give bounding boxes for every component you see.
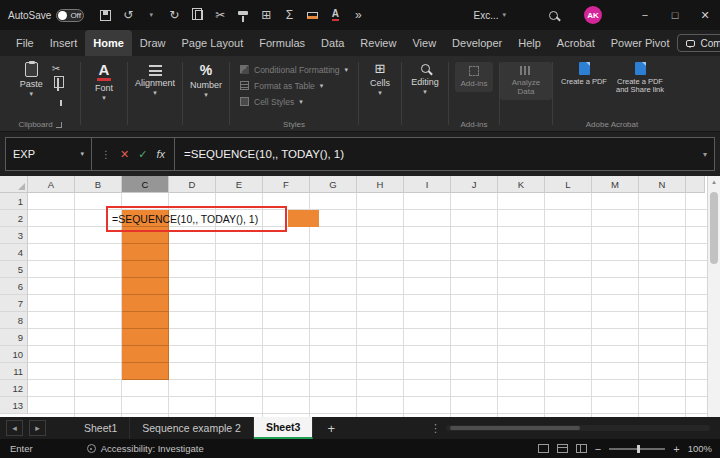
create-pdf-button[interactable]: Create a PDF — [558, 62, 610, 94]
autosave-toggle[interactable]: Off — [56, 9, 84, 22]
row-header-6[interactable]: 6 — [0, 278, 28, 295]
row-header-10[interactable]: 10 — [0, 346, 28, 363]
undo-icon[interactable]: ↺ — [121, 8, 135, 22]
cut-icon[interactable]: ✂ — [213, 8, 227, 22]
close-button[interactable]: ✕ — [690, 0, 720, 30]
row-header-2[interactable]: 2 — [0, 210, 28, 227]
row-header-13[interactable]: 13 — [0, 397, 28, 414]
column-header-h[interactable]: H — [357, 176, 404, 193]
page-layout-view-icon[interactable] — [557, 444, 568, 453]
column-header-i[interactable]: I — [404, 176, 451, 193]
row-header-11[interactable]: 11 — [0, 363, 28, 380]
save-icon[interactable] — [98, 10, 112, 21]
zoom-slider-thumb[interactable] — [637, 445, 640, 453]
scroll-up-icon[interactable]: ▴ — [708, 178, 720, 186]
ribbon-tab-acrobat[interactable]: Acrobat — [549, 30, 603, 56]
select-all-corner[interactable] — [0, 176, 28, 193]
ribbon-tab-formulas[interactable]: Formulas — [251, 30, 313, 56]
analyze-data-button[interactable]: Analyze Data — [500, 62, 552, 100]
column-header-m[interactable]: M — [592, 176, 639, 193]
conditional-formatting-button[interactable]: Conditional Formatting ▾ — [230, 62, 358, 77]
cancel-entry-icon[interactable]: ✕ — [120, 148, 129, 161]
add-sheet-button[interactable]: + — [327, 421, 335, 436]
cells-group-button[interactable]: ⊞ Cells ▾ — [370, 62, 390, 96]
redo-icon[interactable]: ↻ — [167, 8, 181, 22]
column-header-l[interactable]: L — [545, 176, 592, 193]
formula-input[interactable]: =SEQUENCE(10,, TODAY(), 1) — [175, 148, 703, 160]
comments-button[interactable]: Comments — [677, 34, 720, 52]
zoom-slider[interactable] — [609, 448, 665, 450]
sheet-tab-sheet1[interactable]: Sheet1 — [72, 417, 130, 439]
row-header-8[interactable]: 8 — [0, 312, 28, 329]
format-as-table-button[interactable]: Format as Table ▾ — [230, 78, 358, 93]
number-group-button[interactable]: % Number ▾ — [190, 62, 222, 98]
paste-button[interactable]: Paste ▾ — [20, 62, 43, 97]
fill-color-icon[interactable] — [305, 12, 319, 19]
vertical-scroll-thumb[interactable] — [710, 192, 718, 264]
column-header-d[interactable]: D — [169, 176, 216, 193]
window-title[interactable]: Exc... ▾ — [473, 10, 506, 21]
horizontal-scroll-thumb[interactable] — [450, 426, 580, 430]
addins-button[interactable]: Add-ins — [455, 62, 492, 92]
row-header-12[interactable]: 12 — [0, 380, 28, 397]
font-color-icon[interactable]: A — [328, 9, 342, 21]
column-header-e[interactable]: E — [216, 176, 263, 193]
search-icon[interactable] — [546, 11, 560, 20]
formula-grip-icon[interactable]: ⋮ — [101, 149, 111, 160]
ribbon-tab-page-layout[interactable]: Page Layout — [173, 30, 251, 56]
formula-bar-expand-icon[interactable]: ▾ — [703, 150, 714, 159]
sheet-nav-right-button[interactable]: ▸ — [29, 420, 46, 436]
row-header-7[interactable]: 7 — [0, 295, 28, 312]
create-pdf-share-button[interactable]: Create a PDF and Share link — [614, 62, 666, 94]
column-header-b[interactable]: B — [75, 176, 122, 193]
sheet-tab-sheet3[interactable]: Sheet3 — [254, 417, 313, 439]
orange-filled-range-c2-c11[interactable] — [122, 210, 169, 380]
column-header-j[interactable]: J — [451, 176, 498, 193]
ribbon-tab-help[interactable]: Help — [510, 30, 549, 56]
normal-view-icon[interactable] — [538, 444, 549, 453]
autosum-icon[interactable]: Σ — [282, 8, 296, 22]
autosave-control[interactable]: AutoSave Off — [8, 9, 84, 22]
ribbon-tab-file[interactable]: File — [8, 30, 42, 56]
sheet-tab-sequence-example-2[interactable]: Sequence example 2 — [130, 417, 254, 439]
ribbon-tab-insert[interactable]: Insert — [42, 30, 86, 56]
ribbon-tab-review[interactable]: Review — [352, 30, 404, 56]
horizontal-scrollbar[interactable] — [446, 425, 710, 431]
ribbon-tab-power-pivot[interactable]: Power Pivot — [603, 30, 678, 56]
column-header-k[interactable]: K — [498, 176, 545, 193]
ribbon-tab-home[interactable]: Home — [85, 30, 132, 56]
column-header-c[interactable]: C — [122, 176, 169, 193]
column-header-g[interactable]: G — [310, 176, 357, 193]
row-header-3[interactable]: 3 — [0, 227, 28, 244]
row-header-4[interactable]: 4 — [0, 244, 28, 261]
sheetbar-options-icon[interactable]: ⋮ — [430, 422, 441, 435]
vertical-scrollbar[interactable]: ▴ — [707, 176, 720, 417]
row-header-9[interactable]: 9 — [0, 329, 28, 346]
zoom-in-icon[interactable]: + — [673, 443, 679, 455]
ribbon-tab-view[interactable]: View — [404, 30, 444, 56]
copy-icon[interactable] — [190, 10, 204, 20]
row-header-5[interactable]: 5 — [0, 261, 28, 278]
column-header-a[interactable]: A — [28, 176, 75, 193]
ribbon-tab-data[interactable]: Data — [313, 30, 352, 56]
undo-chevron-icon[interactable]: ▾ — [144, 11, 158, 19]
borders-icon[interactable]: ⊞ — [259, 8, 273, 22]
active-cell-formula-text[interactable]: =SEQUENCE(10,, TODAY(), 1) — [112, 213, 258, 225]
confirm-entry-icon[interactable]: ✓ — [138, 148, 147, 161]
cell-styles-button[interactable]: Cell Styles ▾ — [230, 94, 358, 109]
insert-function-icon[interactable]: fx — [156, 148, 165, 160]
copy-ribbon-icon[interactable] — [54, 79, 59, 90]
zoom-level-label[interactable]: 100% — [688, 443, 712, 454]
alignment-group-button[interactable]: Alignment ▾ — [135, 62, 175, 96]
clipboard-dialog-launcher-icon[interactable] — [56, 122, 62, 128]
zoom-out-icon[interactable]: − — [595, 443, 601, 455]
account-avatar[interactable]: AK — [584, 6, 602, 24]
ribbon-tab-draw[interactable]: Draw — [132, 30, 174, 56]
column-header-f[interactable]: F — [263, 176, 310, 193]
page-break-view-icon[interactable] — [576, 444, 587, 453]
maximize-button[interactable]: □ — [660, 0, 690, 30]
minimize-button[interactable]: − — [630, 0, 660, 30]
cut-ribbon-icon[interactable]: ✂ — [52, 63, 60, 74]
ribbon-tab-developer[interactable]: Developer — [444, 30, 510, 56]
font-group-button[interactable]: A Font ▾ — [95, 62, 113, 101]
